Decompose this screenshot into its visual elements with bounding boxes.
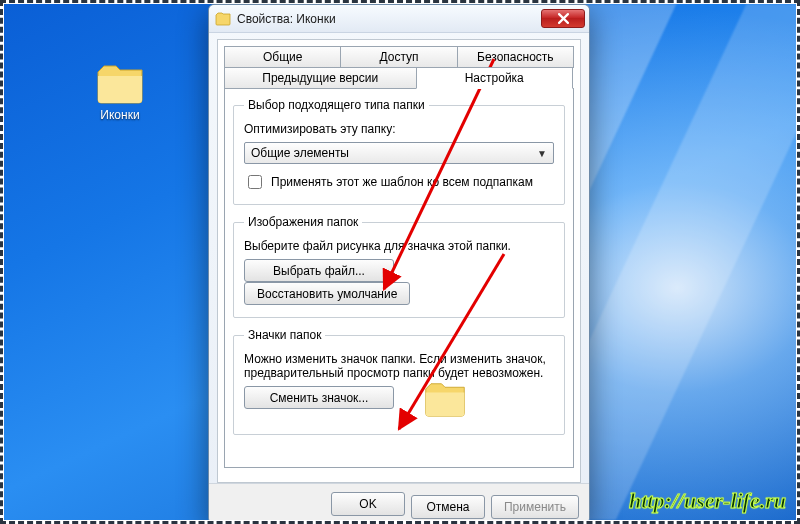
watermark: http://user-life.ru [629, 488, 786, 514]
tab-row-1: Общие Доступ Безопасность [224, 46, 574, 68]
optimize-label: Оптимизировать эту папку: [244, 122, 554, 136]
apply-button[interactable]: Применить [491, 495, 579, 519]
dialog-buttons: OK Отмена Применить [209, 483, 589, 520]
restore-default-button[interactable]: Восстановить умолчание [244, 282, 410, 305]
folder-icon [215, 11, 231, 27]
group-folder-images-legend: Изображения папок [244, 215, 362, 229]
ok-button[interactable]: OK [331, 492, 405, 516]
tab-security[interactable]: Безопасность [457, 46, 574, 68]
dialog-client: Общие Доступ Безопасность Предыдущие вер… [217, 39, 581, 483]
apply-subfolders-label: Применять этот же шаблон ко всем подпапк… [271, 175, 533, 189]
choose-file-button[interactable]: Выбрать файл... [244, 259, 394, 282]
tab-content-customize: Выбор подходящего типа папки Оптимизиров… [224, 88, 574, 468]
tab-general[interactable]: Общие [224, 46, 341, 68]
group-folder-icons-legend: Значки папок [244, 328, 325, 342]
folder-preview-icon [424, 382, 466, 422]
change-icon-button[interactable]: Сменить значок... [244, 386, 394, 409]
desktop-folder-label: Иконки [84, 108, 156, 122]
close-button[interactable] [541, 9, 585, 28]
tab-row-2: Предыдущие версии Настройка [224, 67, 574, 89]
folder-icons-hint: Можно изменить значок папки. Если измени… [244, 352, 554, 380]
tab-sharing[interactable]: Доступ [340, 46, 457, 68]
desktop-folder-icon[interactable]: Иконки [84, 64, 156, 122]
group-folder-type: Выбор подходящего типа папки Оптимизиров… [233, 98, 565, 205]
group-folder-type-legend: Выбор подходящего типа папки [244, 98, 429, 112]
chevron-down-icon: ▼ [537, 148, 547, 159]
group-folder-images: Изображения папок Выберите файл рисунка … [233, 215, 565, 318]
dialog-title: Свойства: Иконки [237, 12, 541, 26]
optimize-combobox[interactable]: Общие элементы ▼ [244, 142, 554, 164]
desktop: Иконки Свойства: Иконки Общие Доступ Без… [4, 4, 796, 520]
folder-images-hint: Выберите файл рисунка для значка этой па… [244, 239, 554, 253]
folder-icon [96, 64, 144, 104]
titlebar[interactable]: Свойства: Иконки [209, 5, 589, 33]
apply-subfolders-input[interactable] [248, 175, 262, 189]
optimize-combobox-value: Общие элементы [251, 146, 349, 160]
properties-dialog: Свойства: Иконки Общие Доступ Безопаснос… [208, 4, 590, 520]
tab-customize[interactable]: Настройка [416, 67, 574, 89]
cancel-button[interactable]: Отмена [411, 495, 485, 519]
tab-previous-versions[interactable]: Предыдущие версии [224, 67, 417, 89]
apply-subfolders-checkbox[interactable]: Применять этот же шаблон ко всем подпапк… [244, 172, 554, 192]
group-folder-icons: Значки папок Можно изменить значок папки… [233, 328, 565, 435]
